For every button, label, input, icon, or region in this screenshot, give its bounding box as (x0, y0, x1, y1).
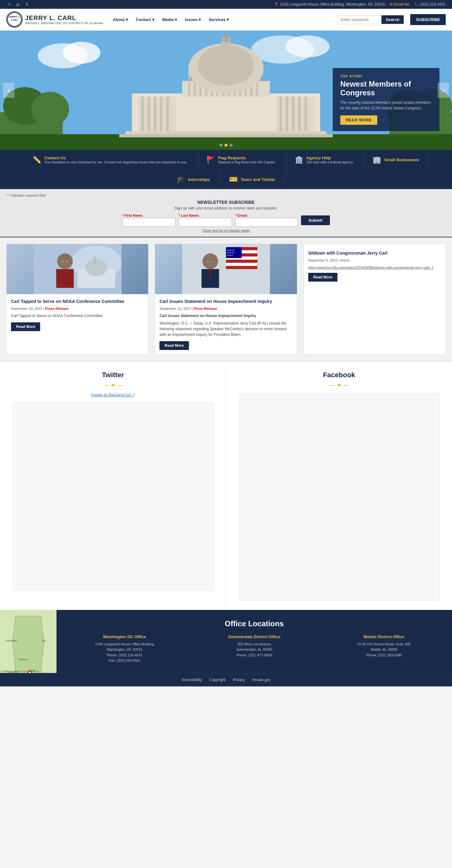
twitter-divider-icon: — ❧ — (103, 382, 122, 389)
header: JERRY L. CARL JERRY L. CARL PROUDLY SERV… (0, 9, 452, 31)
tours-title: Tours and Tickets (241, 177, 275, 182)
logo-area: JERRY L. CARL JERRY L. CARL PROUDLY SERV… (6, 11, 104, 28)
twitter-title: Twitter (12, 371, 214, 379)
svg-point-10 (31, 92, 69, 126)
agency-title: Agency Help (306, 156, 354, 160)
facebook-section: Facebook — ❧ — (226, 362, 452, 610)
social-links: f ◎ 𝕏 (6, 2, 29, 7)
footer-accessibility[interactable]: Accessibility (181, 678, 202, 682)
quick-link-contact[interactable]: ✏️ Contact Us Your feedback is very impo… (23, 150, 197, 169)
quick-link-flags[interactable]: 🚩 Flag Requests Request a flag flown ove… (197, 150, 285, 169)
required-star: * (6, 193, 7, 197)
impeachment-press-release-link[interactable]: Press Release (194, 307, 217, 310)
last-name-input[interactable] (178, 218, 232, 227)
map-area: + − Mississippi Alabama GA Pascagoula Mo… (0, 610, 57, 673)
svg-point-5 (63, 42, 101, 64)
social-section: Twitter — ❧ — Tweets by RepJerryCarl ↗ F… (0, 361, 452, 610)
svg-rect-22 (160, 97, 163, 131)
footer: Accessibility Copyright Privacy House.go… (0, 673, 452, 686)
twitter-link[interactable]: Tweets by RepJerryCarl ↗ (91, 393, 135, 397)
dot-2[interactable] (224, 144, 228, 147)
sitdown-card-body: Sitdown with Congressman Jerry Carl Sept… (304, 244, 445, 286)
email-label: * Email: (235, 214, 248, 217)
subscribe-button[interactable]: SUBSCRIBE (410, 14, 446, 25)
first-name-input[interactable] (122, 218, 175, 227)
twitter-section: Twitter — ❧ — Tweets by RepJerryCarl ↗ (0, 362, 226, 610)
ndaa-card-body: Carl Tapped to Serve on NDAA Conference … (7, 294, 148, 336)
quick-link-agency-text: Agency Help Get help with a federal agen… (306, 156, 354, 164)
hero-read-more-button[interactable]: READ MORE (340, 115, 377, 125)
twitter-feed-area (12, 402, 214, 590)
contact-icon: ✏️ (33, 156, 41, 164)
quick-link-internships[interactable]: 🎓 Internships (167, 169, 220, 189)
facebook-divider: — ❧ — (239, 382, 440, 389)
tours-icon: 🎫 (229, 175, 237, 183)
nav-contact[interactable]: Contact ▾ (133, 16, 158, 24)
flag-icon: 🚩 (206, 156, 215, 164)
svg-rect-20 (147, 97, 150, 131)
quick-links-bar: ✏️ Contact Us Your feedback is very impo… (0, 150, 452, 189)
ndaa-excerpt: Carl Tapped to Serve on NDAA Conference … (11, 313, 144, 319)
twitter-icon[interactable]: 𝕏 (24, 2, 29, 7)
svg-rect-29 (305, 97, 307, 131)
search-input[interactable] (337, 16, 382, 24)
email-link[interactable]: ✉ Email Me (390, 2, 409, 7)
business-icon: 🏢 (373, 156, 381, 164)
facebook-icon[interactable]: f (6, 2, 12, 7)
nav-media[interactable]: Media ▾ (159, 16, 180, 24)
quick-link-business[interactable]: 🏢 Small Businesses (363, 150, 429, 169)
map-placeholder: Mississippi Alabama GA Pascagoula Mobile… (0, 610, 57, 673)
office-mobile: Mobile District Office 41 W I-65 Service… (322, 634, 446, 663)
dot-1[interactable] (219, 144, 223, 147)
newsletter-submit-button[interactable]: Submit (301, 215, 330, 225)
internships-icon: 🎓 (176, 175, 185, 183)
ndaa-read-more-button[interactable]: Read More (11, 322, 40, 331)
instagram-icon[interactable]: ◎ (15, 2, 21, 7)
close-newsletter[interactable]: Close and do not display again (6, 228, 446, 232)
email-icon: ✉ (390, 2, 393, 7)
footer-housegov[interactable]: House.gov (252, 678, 270, 682)
hero-next-button[interactable]: › (437, 83, 449, 98)
quick-link-internships-text: Internships (188, 177, 210, 182)
svg-point-7 (286, 35, 330, 57)
dot-3[interactable] (229, 144, 233, 147)
svg-rect-23 (166, 97, 169, 131)
footer-copyright[interactable]: Copyright (209, 678, 225, 682)
top-bar: f ◎ 𝕏 📍 1330 Longworth House Office Buil… (0, 0, 452, 9)
news-grid: Carl Tapped to Serve on NDAA Conference … (6, 244, 446, 355)
twitter-divider: — ❧ — (12, 382, 214, 389)
offices-section: + − Mississippi Alabama GA Pascagoula Mo… (0, 610, 452, 673)
newsletter-section: * * Indicates required field NEWSLETTER … (0, 189, 452, 237)
ndaa-press-release-link[interactable]: Press Release (45, 307, 69, 310)
first-name-group: * First Name: (122, 214, 175, 227)
quick-link-tours[interactable]: 🎫 Tours and Tickets (220, 169, 285, 189)
sitdown-type: Article (340, 258, 350, 262)
news-card-sitdown: Sitdown with Congressman Jerry Carl Sept… (304, 244, 446, 355)
quick-link-agency[interactable]: 🏛️ Agency Help Get help with a federal a… (285, 150, 364, 169)
impeachment-read-more-button[interactable]: Read More (160, 341, 189, 350)
footer-privacy[interactable]: Privacy (233, 678, 245, 682)
svg-point-67 (202, 253, 218, 269)
svg-rect-27 (292, 97, 294, 131)
ndaa-meta: September 20, 2023 | Press Release (11, 307, 144, 310)
svg-rect-70 (210, 260, 214, 262)
impeachment-body: Washington, D.C. – Today, U.S. Represent… (160, 320, 292, 337)
svg-text:Mississippi: Mississippi (6, 640, 17, 642)
hero-prev-button[interactable]: ‹ (3, 83, 15, 98)
nav-about[interactable]: About ▾ (110, 16, 131, 24)
office-summerdale: Summerdale District Office 502 West Lee … (192, 634, 316, 663)
facebook-divider-icon: — ❧ — (330, 382, 349, 389)
sitdown-read-more-button[interactable]: Read More (308, 273, 337, 282)
newsletter-form: * First Name: * Last Name: * Email: Subm… (6, 214, 446, 227)
nav-issues[interactable]: Issues ▾ (182, 16, 204, 24)
sitdown-article-link[interactable]: https://www.fox10tv.com/video/2023/09/08… (308, 266, 434, 269)
hero-dots (219, 144, 233, 147)
required-note: * * Indicates required field (6, 193, 446, 197)
impeachment-title: Carl Issues Statement on House Impeachme… (160, 299, 292, 305)
email-group: * Email: (235, 214, 298, 227)
nav-services[interactable]: Services ▾ (206, 16, 232, 24)
phone-icon: 📞 (414, 2, 419, 7)
email-input[interactable] (235, 218, 298, 227)
offices-grid: Washington DC Office 1330 Longworth Hous… (63, 634, 446, 663)
search-button[interactable]: Search (382, 16, 404, 24)
